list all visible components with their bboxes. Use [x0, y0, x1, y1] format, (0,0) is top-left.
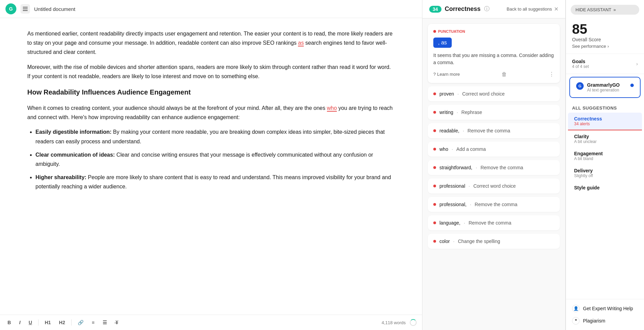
paragraph-3: When it comes to creating content, your …: [27, 103, 395, 122]
h1-button[interactable]: H1: [43, 318, 53, 327]
suggestion-row-proven[interactable]: proven · Correct word choice: [428, 86, 560, 101]
card-pill: , as: [433, 38, 452, 48]
editor-content[interactable]: As mentioned earlier, content readabilit…: [0, 18, 422, 315]
document-title: Untitled document: [34, 6, 75, 12]
bullet-item-2: Clear communication of ideas: Clear and …: [35, 150, 395, 169]
h2-button[interactable]: H2: [57, 318, 67, 327]
grammarly-go-title: GrammarlyGO: [587, 82, 620, 88]
category-item-engagement[interactable]: Engagement A bit bland: [568, 147, 642, 164]
editor-toolbar: B I U H1 H2 🔗 ≡ ☰ T̶ 4,118 words: [0, 315, 422, 330]
paragraph-2: Moreover, with the rise of mobile device…: [27, 62, 395, 81]
suggestion-row-readable[interactable]: readable, · Remove the comma: [428, 123, 560, 138]
hide-assistant-button[interactable]: HIDE ASSISTANT »: [571, 5, 639, 15]
goals-title: Goals: [572, 59, 589, 64]
suggestion-dot: [433, 148, 436, 150]
assistant-panel: HIDE ASSISTANT » 85 Overall Score See pe…: [566, 0, 644, 330]
suggestion-row-professional[interactable]: professional · Correct word choice: [428, 178, 560, 193]
category-status-clarity: A bit unclear: [574, 139, 636, 144]
suggestion-dot: [433, 111, 436, 114]
more-options-button[interactable]: ⋮: [549, 71, 554, 77]
italic-button[interactable]: I: [17, 318, 23, 327]
bullet-item-1: Easily digestible information: By making…: [35, 127, 395, 146]
category-name-delivery: Delivery: [574, 168, 636, 173]
bullet-item-3: Higher shareability: People are more lik…: [35, 173, 395, 191]
grammarly-logo: G: [5, 3, 16, 14]
suggestion-dot: [433, 92, 436, 95]
bottom-links: 👤 Get Expert Writing Help ❝ Plagiarism: [566, 299, 644, 330]
underline-button[interactable]: U: [27, 318, 34, 327]
suggestion-dot: [433, 240, 436, 243]
suggestion-dot: [433, 203, 436, 206]
suggestion-dot: [433, 129, 436, 132]
delete-suggestion-button[interactable]: 🗑: [501, 71, 507, 77]
expert-writing-icon: 👤: [572, 305, 580, 312]
section-heading: How Readability Influences Audience Enga…: [27, 86, 395, 98]
suggestions-header: 34 Correctness ⓘ Back to all suggestions…: [422, 0, 565, 18]
editor-topbar: G Untitled document: [0, 0, 422, 18]
suggestion-row-writing[interactable]: writing · Rephrase: [428, 105, 560, 120]
suggestion-row-who[interactable]: who · Add a comma: [428, 142, 560, 157]
grammarly-go-section[interactable]: G GrammarlyGO AI text generation: [569, 77, 641, 98]
category-count-correctness: 34 alerts: [574, 121, 636, 126]
goals-subtitle: 4 of 4 set: [572, 64, 589, 69]
expanded-suggestion-card[interactable]: PUNCTUATION , as It seems that you are m…: [428, 24, 560, 83]
grammarly-go-subtitle: AI text generation: [587, 88, 620, 92]
overall-score: 85: [572, 21, 638, 37]
loading-spinner: [410, 319, 417, 326]
suggestion-row-straightforward[interactable]: straightforward, · Remove the comma: [428, 160, 560, 175]
bullet-list: Easily digestible information: By making…: [35, 127, 395, 191]
suggestion-dot: [433, 185, 436, 187]
grammarly-go-badge: [630, 84, 634, 87]
category-name-style-guide: Style guide: [574, 185, 636, 190]
suggestions-panel: 34 Correctness ⓘ Back to all suggestions…: [422, 0, 566, 330]
score-section: 85 Overall Score See performance ›: [566, 15, 644, 54]
grammarly-go-icon: G: [576, 82, 584, 90]
highlighted-word-as: as: [298, 40, 304, 46]
suggestion-row-language[interactable]: language, · Remove the comma: [428, 215, 560, 230]
close-panel-button[interactable]: ✕: [554, 6, 558, 12]
list-unordered-button[interactable]: ☰: [101, 318, 109, 327]
suggestion-row-professional-comma[interactable]: professional, · Remove the comma: [428, 197, 560, 212]
category-item-style-guide[interactable]: Style guide: [568, 182, 642, 194]
category-item-correctness[interactable]: Correctness 34 alerts: [568, 113, 642, 130]
category-status-engagement: A bit bland: [574, 156, 636, 161]
goals-chevron-icon: ›: [636, 61, 638, 67]
toolbar-separator-1: [38, 319, 39, 326]
highlighted-word-who: who: [327, 105, 337, 112]
learn-more-button[interactable]: ? Learn more: [433, 72, 460, 77]
link-button[interactable]: 🔗: [76, 318, 86, 327]
category-name-clarity: Clarity: [574, 134, 636, 139]
goals-section[interactable]: Goals 4 of 4 set ›: [566, 54, 644, 74]
paragraph-1: As mentioned earlier, content readabilit…: [27, 29, 395, 57]
category-dot: [433, 30, 436, 33]
list-ordered-button[interactable]: ≡: [90, 318, 96, 327]
suggestion-dot: [433, 166, 436, 169]
info-icon[interactable]: ⓘ: [484, 5, 490, 13]
correctness-badge: 34: [429, 6, 441, 13]
panel-title: Correctness: [445, 5, 481, 13]
plagiarism-icon: ❝: [572, 317, 580, 325]
all-suggestions-label: All suggestions: [566, 101, 644, 113]
card-actions: ? Learn more 🗑 ⋮: [433, 71, 554, 77]
card-description: It seems that you are missing a comma. C…: [433, 52, 554, 66]
word-count: 4,118 words: [381, 320, 406, 325]
suggestions-list: PUNCTUATION , as It seems that you are m…: [422, 18, 565, 330]
score-label: Overall Score: [572, 37, 638, 42]
clear-format-button[interactable]: T̶: [113, 318, 121, 327]
category-item-clarity[interactable]: Clarity A bit unclear: [568, 130, 642, 147]
suggestion-row-color[interactable]: color · Change the spelling: [428, 234, 560, 249]
hamburger-button[interactable]: [20, 4, 30, 14]
toolbar-separator-2: [71, 319, 72, 326]
back-to-all-link[interactable]: Back to all suggestions ✕: [507, 6, 558, 12]
category-item-delivery[interactable]: Delivery Slightly off: [568, 164, 642, 182]
category-name-correctness: Correctness: [574, 116, 636, 121]
bold-button[interactable]: B: [5, 318, 13, 327]
suggestion-dot: [433, 221, 436, 224]
editor-area: G Untitled document As mentioned earlier…: [0, 0, 422, 330]
plagiarism-link[interactable]: ❝ Plagiarism: [572, 317, 638, 325]
card-category: PUNCTUATION: [433, 29, 554, 33]
see-performance-link[interactable]: See performance ›: [572, 44, 638, 49]
category-status-delivery: Slightly off: [574, 173, 636, 178]
category-name-engagement: Engagement: [574, 151, 636, 156]
get-expert-writing-link[interactable]: 👤 Get Expert Writing Help: [572, 305, 638, 312]
